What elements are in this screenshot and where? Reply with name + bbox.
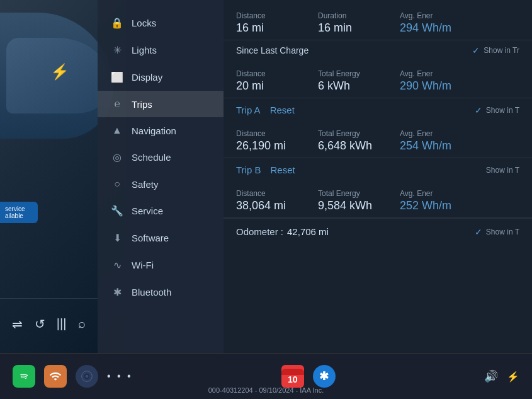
recent-duration-col: Duration 16 min xyxy=(318,11,381,35)
calendar-icon[interactable]: 10 xyxy=(281,365,304,388)
ta-energy-value: 6,648 kWh xyxy=(318,139,381,153)
spotify-icon[interactable] xyxy=(13,365,35,388)
trip-b-label[interactable]: Trip B xyxy=(236,165,261,175)
main-content: Distance 16 mi Duration 16 min Avg. Ener… xyxy=(224,0,532,353)
trip-b-header: Trip B Reset Show in T xyxy=(224,158,532,178)
tb-energy-value: 9,584 kWh xyxy=(318,199,381,212)
trip-b-section: Distance 38,064 mi Total Energy 9,584 kW… xyxy=(224,178,532,218)
trip-b-data-row: Distance 38,064 mi Total Energy 9,584 kW… xyxy=(236,189,519,212)
ta-avg-col: Avg. Ener 254 Wh/m xyxy=(400,129,463,153)
sidebar-item-wifi[interactable]: ∿ Wi-Fi xyxy=(98,252,224,279)
camera-icon[interactable] xyxy=(76,365,98,388)
since-last-charge-header: Since Last Charge ✓ Show in Tr xyxy=(224,40,532,58)
bluetooth-icon-sidebar: ✱ xyxy=(110,286,124,298)
slc-distance-label: Distance xyxy=(236,69,299,78)
taskbar-left: • • • xyxy=(13,365,133,388)
sidebar-item-navigation[interactable]: ▲ Navigation xyxy=(98,117,224,144)
slc-distance-col: Distance 20 mi xyxy=(236,69,299,93)
taskbar-center: 10 ✱ xyxy=(133,365,484,388)
recent-duration-label: Duration xyxy=(318,11,381,20)
sidebar-item-display[interactable]: ⬜ Display xyxy=(98,64,224,91)
trip-a-section: Distance 26,190 mi Total Energy 6,648 kW… xyxy=(224,118,532,158)
schedule-icon: ◎ xyxy=(110,151,124,163)
sidebar-label-schedule: Schedule xyxy=(132,152,171,163)
service-overlay: service ailable xyxy=(0,202,38,223)
sidebar-label-trips: Trips xyxy=(132,99,152,110)
recent-distance-value: 16 mi xyxy=(236,21,299,35)
tb-distance-value: 38,064 mi xyxy=(236,199,299,212)
trip-a-data-row: Distance 26,190 mi Total Energy 6,648 kW… xyxy=(236,129,519,153)
since-last-data-row: Distance 20 mi Total Energy 6 kWh Avg. E… xyxy=(236,69,519,93)
slc-avg-label: Avg. Ener xyxy=(400,69,463,78)
calendar-day: 10 xyxy=(288,375,298,384)
sidebar-item-service[interactable]: 🔧 Service xyxy=(98,197,224,224)
volume-icon[interactable]: 🔊 xyxy=(484,369,498,383)
tb-energy-col: Total Energy 9,584 kWh xyxy=(318,189,381,212)
slc-energy-label: Total Energy xyxy=(318,69,381,78)
sidebar-label-bluetooth: Bluetooth xyxy=(132,287,171,298)
trip-a-label[interactable]: Trip A xyxy=(236,105,261,115)
lock-icon: 🔒 xyxy=(110,17,124,29)
service-icon: 🔧 xyxy=(110,205,124,217)
recent-energy-col: Avg. Ener 294 Wh/m xyxy=(400,11,463,35)
sidebar-item-bluetooth[interactable]: ✱ Bluetooth xyxy=(98,279,224,306)
wifi-icon: ∿ xyxy=(110,259,124,271)
tb-distance-col: Distance 38,064 mi xyxy=(236,189,299,212)
trip-a-header: Trip A Reset ✓ Show in T xyxy=(224,98,532,118)
recent-trip-section: Distance 16 mi Duration 16 min Avg. Ener… xyxy=(224,0,532,40)
tb-distance-label: Distance xyxy=(236,189,299,198)
slc-energy-col: Total Energy 6 kWh xyxy=(318,69,381,93)
since-last-show-trip: ✓ Show in Tr xyxy=(472,45,519,55)
trip-b-show-label: Show in T xyxy=(486,166,519,175)
sidebar-label-navigation: Navigation xyxy=(132,125,176,136)
sidebar-item-schedule[interactable]: ◎ Schedule xyxy=(98,144,224,171)
sidebar: 🔒 Locks ✳ Lights ⬜ Display ℮ Trips ▲ Nav… xyxy=(98,0,224,353)
recent-energy-label: Avg. Ener xyxy=(400,11,463,20)
ta-distance-col: Distance 26,190 mi xyxy=(236,129,299,153)
sidebar-label-service: Service xyxy=(132,205,163,216)
checkmark-icon-slc: ✓ xyxy=(472,45,480,55)
repeat-icon[interactable]: ↺ xyxy=(35,316,45,332)
sidebar-label-software: Software xyxy=(132,233,169,243)
sidebar-label-safety: Safety xyxy=(132,179,159,190)
sidebar-item-software[interactable]: ⬇ Software xyxy=(98,224,224,252)
odometer-show-label: Show in T xyxy=(486,228,519,236)
more-dots[interactable]: • • • xyxy=(107,371,133,382)
navigation-icon: ▲ xyxy=(110,125,124,136)
odometer-value: 42,706 mi xyxy=(287,226,329,237)
recent-trip-data-row: Distance 16 mi Duration 16 min Avg. Ener… xyxy=(236,11,519,35)
trip-a-show-label: Show in T xyxy=(486,106,519,115)
sidebar-item-trips[interactable]: ℮ Trips xyxy=(98,91,224,117)
trip-b-reset[interactable]: Reset xyxy=(270,165,295,175)
sidebar-label-display: Display xyxy=(132,72,162,83)
sidebar-item-locks[interactable]: 🔒 Locks xyxy=(98,9,224,37)
battery-icon: ⚡ xyxy=(507,371,519,383)
slc-energy-value: 6 kWh xyxy=(318,79,381,93)
trip-a-show-trip: ✓ Show in T xyxy=(475,105,519,115)
bluetooth-taskbar-icon[interactable]: ✱ xyxy=(313,365,336,388)
sidebar-item-safety[interactable]: ○ Safety xyxy=(98,171,224,197)
wifi-taskbar-icon[interactable] xyxy=(44,365,67,388)
status-bar-text: 000-40312204 - 09/10/2024 - IAA Inc. xyxy=(0,386,532,394)
safety-icon: ○ xyxy=(110,178,124,190)
svg-point-3 xyxy=(86,375,89,378)
ta-distance-value: 26,190 mi xyxy=(236,139,299,153)
since-last-show-label: Show in Tr xyxy=(484,46,519,55)
display-icon: ⬜ xyxy=(110,71,124,83)
shuffle-icon[interactable]: ⇌ xyxy=(12,316,23,332)
since-last-charge-title: Since Last Charge xyxy=(236,45,308,55)
ta-energy-col: Total Energy 6,648 kWh xyxy=(318,129,381,153)
sidebar-label-locks: Locks xyxy=(132,18,156,28)
trips-icon: ℮ xyxy=(110,98,124,110)
tb-avg-label: Avg. Ener xyxy=(400,189,463,198)
recent-energy-value: 294 Wh/m xyxy=(400,21,463,35)
search-icon[interactable]: ⌕ xyxy=(78,316,86,331)
lights-icon: ✳ xyxy=(110,44,124,56)
since-last-charge-section: Distance 20 mi Total Energy 6 kWh Avg. E… xyxy=(224,58,532,98)
tb-avg-col: Avg. Ener 252 Wh/m xyxy=(400,189,463,212)
slc-avg-value: 290 Wh/m xyxy=(400,79,463,93)
bars-icon[interactable]: ||| xyxy=(57,316,67,331)
sidebar-item-lights[interactable]: ✳ Lights xyxy=(98,37,224,64)
trip-a-reset[interactable]: Reset xyxy=(270,105,295,115)
bluetooth-symbol: ✱ xyxy=(319,369,329,383)
